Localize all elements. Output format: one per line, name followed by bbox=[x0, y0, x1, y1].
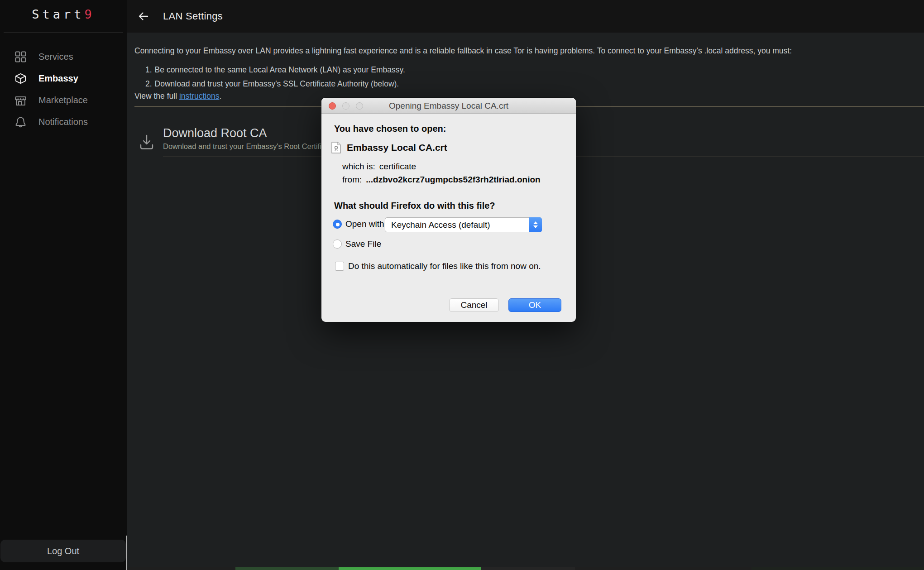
dock-strip-segment bbox=[752, 567, 924, 570]
sidebar-item-label: Services bbox=[38, 52, 73, 62]
open-with-selected-value: Keychain Access (default) bbox=[385, 220, 490, 230]
page-title: LAN Settings bbox=[163, 10, 223, 22]
chosen-to-open-label: You have chosen to open: bbox=[334, 124, 446, 134]
cube-icon bbox=[14, 72, 27, 85]
do-automatically-row: Do this automatically for files like thi… bbox=[335, 261, 541, 271]
download-icon bbox=[138, 133, 155, 153]
step-item: 1.Be connected to the same Local Area Ne… bbox=[145, 64, 405, 75]
log-out-label: Log Out bbox=[47, 546, 79, 556]
dock-strip-segment bbox=[575, 567, 752, 570]
sidebar-item-notifications[interactable]: Notifications bbox=[0, 111, 127, 133]
dock-strip-segment bbox=[235, 567, 339, 570]
dialog-filename: Embassy Local CA.crt bbox=[347, 142, 447, 153]
open-with-label: Open with bbox=[345, 219, 384, 229]
select-stepper-icon bbox=[529, 217, 542, 232]
instructions-link[interactable]: instructions bbox=[179, 91, 220, 101]
sidebar-item-embassy[interactable]: Embassy bbox=[0, 67, 127, 89]
close-icon[interactable] bbox=[329, 102, 336, 110]
open-with-row: Open with bbox=[333, 219, 384, 229]
zoom-icon bbox=[356, 102, 363, 110]
logo-accent: 9 bbox=[85, 7, 95, 21]
save-file-row: Save File bbox=[333, 239, 381, 249]
sidebar-item-marketplace[interactable]: Marketplace bbox=[0, 89, 127, 111]
dock-strip-segment bbox=[481, 567, 575, 570]
download-item-title: Download Root CA bbox=[163, 126, 267, 140]
traffic-lights bbox=[329, 98, 363, 114]
logo-text: Start bbox=[32, 7, 84, 21]
opening-file-dialog: Opening Embassy Local CA.crt You have ch… bbox=[321, 98, 576, 322]
firefox-question-label: What should Firefox do with this file? bbox=[334, 201, 495, 211]
page-header: LAN Settings bbox=[127, 0, 924, 33]
back-button[interactable] bbox=[136, 9, 151, 24]
grid-icon bbox=[14, 51, 27, 63]
file-row: Embassy Local CA.crt bbox=[331, 142, 447, 153]
step-item: 2.Download and trust your Embassy's SSL … bbox=[145, 78, 405, 89]
ok-button[interactable]: OK bbox=[508, 298, 561, 312]
from-row: from:...dzbvo2kcrz7ugmpcbs52f3rh2tlriad.… bbox=[342, 175, 541, 185]
steps-list: 1.Be connected to the same Local Area Ne… bbox=[145, 64, 405, 92]
sidebar: Start9 Services Embassy Marketplace bbox=[0, 0, 127, 570]
cancel-button[interactable]: Cancel bbox=[449, 298, 499, 312]
intro-text: Connecting to your Embassy over LAN prov… bbox=[134, 46, 792, 56]
certificate-file-icon bbox=[331, 142, 341, 153]
sidebar-item-label: Notifications bbox=[38, 117, 88, 127]
storefront-icon bbox=[14, 94, 27, 106]
file-type-value: certificate bbox=[379, 162, 416, 171]
sidebar-divider bbox=[4, 32, 123, 33]
save-file-radio[interactable] bbox=[333, 239, 342, 249]
sidebar-item-services[interactable]: Services bbox=[0, 46, 127, 67]
app-logo: Start9 bbox=[0, 7, 127, 21]
sidebar-item-label: Embassy bbox=[38, 73, 78, 84]
instructions-line: View the full instructions. bbox=[134, 91, 221, 101]
dialog-titlebar: Opening Embassy Local CA.crt bbox=[321, 98, 576, 114]
dock-strip-segment bbox=[127, 567, 235, 570]
sidebar-item-label: Marketplace bbox=[38, 95, 88, 105]
do-automatically-label: Do this automatically for files like thi… bbox=[348, 261, 541, 271]
do-automatically-checkbox[interactable] bbox=[335, 262, 344, 271]
which-is-row: which is:certificate bbox=[342, 162, 416, 172]
open-with-select[interactable]: Keychain Access (default) bbox=[385, 217, 542, 232]
sidebar-nav: Services Embassy Marketplace Notificatio… bbox=[0, 46, 127, 133]
dock-strip-segment bbox=[339, 567, 481, 570]
open-with-radio[interactable] bbox=[333, 220, 342, 229]
file-source-value: ...dzbvo2kcrz7ugmpcbs52f3rh2tlriad.onion bbox=[366, 175, 540, 184]
arrow-back-icon bbox=[138, 10, 149, 22]
sidebar-edge-line bbox=[126, 536, 127, 570]
log-out-button[interactable]: Log Out bbox=[0, 540, 126, 562]
bell-icon bbox=[14, 116, 27, 128]
save-file-label: Save File bbox=[345, 239, 381, 249]
minimize-icon bbox=[342, 102, 349, 110]
